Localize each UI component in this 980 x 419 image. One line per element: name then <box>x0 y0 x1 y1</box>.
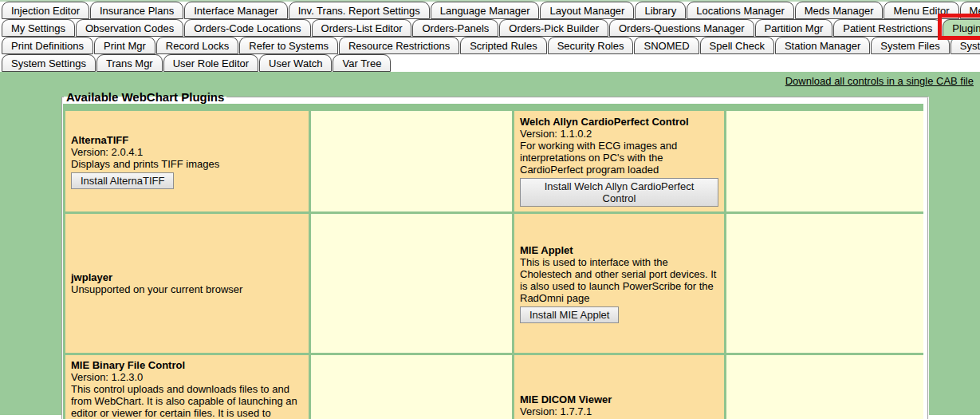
tab-row-4: System SettingsTrans MgrUser Role Editor… <box>2 54 980 72</box>
tab-system-report[interactable]: System Report <box>950 37 980 54</box>
empty-cell <box>311 214 512 353</box>
tab-security-roles[interactable]: Security Roles <box>548 37 634 54</box>
plugin-cell-mie-binary-file-control: MIE Binary File ControlVersion: 1.2.3.0T… <box>65 355 309 419</box>
tab-spell-check[interactable]: Spell Check <box>700 37 774 54</box>
tab-scripted-rules[interactable]: Scripted Rules <box>460 37 547 54</box>
tab-system-files[interactable]: System Files <box>871 37 949 54</box>
plugin-version: Version: 1.2.3.0 <box>71 371 303 383</box>
tab-inv-trans-report-settings[interactable]: Inv. Trans. Report Settings <box>289 2 430 19</box>
install-button-welch-allyn-cardioperfect-control[interactable]: Install Welch Allyn CardioPerfect Contro… <box>520 178 718 207</box>
tab-trans-mgr[interactable]: Trans Mgr <box>96 54 163 72</box>
empty-cell <box>311 111 512 211</box>
plugin-version: Version: 1.1.0.2 <box>520 128 718 140</box>
plugin-cell-alternatiff: AlternaTIFFVersion: 2.0.4.1Displays and … <box>65 111 309 211</box>
tab-orders-panels[interactable]: Orders-Panels <box>412 19 498 37</box>
tab-row-3: Print DefinitionsPrint MgrRecord LocksRe… <box>2 37 980 54</box>
plugin-name: Welch Allyn CardioPerfect Control <box>520 116 718 128</box>
plugin-description: This control uploads and downloads files… <box>71 383 303 419</box>
plugin-name: jwplayer <box>71 271 303 283</box>
tab-row-1: Injection EditorInsurance PlansInterface… <box>2 2 980 19</box>
install-button-mie-applet[interactable]: Install MIE Applet <box>520 306 619 323</box>
plugin-name: MIE DICOM Viewer <box>520 393 718 405</box>
tab-user-watch[interactable]: User Watch <box>259 54 332 72</box>
empty-cell <box>726 355 923 419</box>
tab-locations-manager[interactable]: Locations Manager <box>687 2 794 19</box>
plugin-description: Unsupported on your current browser <box>71 283 303 295</box>
download-row: Download all controls in a single CAB fi… <box>0 73 980 89</box>
tab-language-manager[interactable]: Language Manager <box>431 2 540 19</box>
tab-refer-to-systems[interactable]: Refer to Systems <box>239 37 338 54</box>
plugin-name: MIE Applet <box>520 244 718 256</box>
tab-insurance-plans[interactable]: Insurance Plans <box>90 2 183 19</box>
tab-meds-manager[interactable]: Meds Manager <box>795 2 884 19</box>
tab-library[interactable]: Library <box>635 2 686 19</box>
tab-layout-manager[interactable]: Layout Manager <box>540 2 634 19</box>
plugin-cell-mie-applet: MIE AppletThis is used to interface with… <box>514 214 724 353</box>
tab-user-role-editor[interactable]: User Role Editor <box>163 54 258 72</box>
empty-cell <box>726 214 923 353</box>
plugin-version: Version: 2.0.4.1 <box>71 146 303 158</box>
tab-injection-editor[interactable]: Injection Editor <box>2 2 89 19</box>
tab-orders-list-editor[interactable]: Orders-List Editor <box>312 19 412 37</box>
tab-orders-pick-builder[interactable]: Orders-Pick Builder <box>499 19 608 37</box>
tab-system-settings[interactable]: System Settings <box>2 54 96 72</box>
tab-orders-code-locations[interactable]: Orders-Code Locations <box>184 19 310 37</box>
tab-var-tree[interactable]: Var Tree <box>333 54 391 72</box>
install-button-alternatiff[interactable]: Install AlternaTIFF <box>71 172 174 189</box>
available-plugins-fieldset: Available WebChart Plugins AlternaTIFFVe… <box>61 90 929 419</box>
tab-orders-questions-manager[interactable]: Orders-Questions Manager <box>609 19 754 37</box>
empty-cell <box>311 355 512 419</box>
tab-patient-restrictions[interactable]: Patient Restrictions <box>833 19 942 37</box>
plugin-cell-jwplayer: jwplayerUnsupported on your current brow… <box>65 214 309 353</box>
plugin-description: For working with ECG images and interpre… <box>520 140 718 176</box>
tab-menu-editor[interactable]: Menu Editor <box>884 2 958 19</box>
content-area: Download all controls in a single CAB fi… <box>0 72 980 415</box>
tab-observation-codes[interactable]: Observation Codes <box>76 19 183 37</box>
tab-print-definitions[interactable]: Print Definitions <box>2 37 93 54</box>
plugin-cell-mie-dicom-viewer: MIE DICOM ViewerVersion: 1.7.7.1Displays… <box>514 355 724 419</box>
plugin-version: Version: 1.7.7.1 <box>520 405 718 417</box>
plugins-grid: AlternaTIFFVersion: 2.0.4.1Displays and … <box>63 104 923 419</box>
plugin-description: This is used to interface with the Chole… <box>520 256 718 304</box>
tab-record-locks[interactable]: Record Locks <box>156 37 238 54</box>
plugin-cell-welch-allyn-cardioperfect-control: Welch Allyn CardioPerfect ControlVersion… <box>514 111 724 211</box>
plugins-legend: Available WebChart Plugins <box>64 90 226 104</box>
plugin-description: Displays and prints TIFF images <box>71 158 303 170</box>
tab-merge-manager[interactable]: Merge Manager <box>960 2 980 19</box>
tab-my-settings[interactable]: My Settings <box>2 19 75 37</box>
tab-bar: Injection EditorInsurance PlansInterface… <box>0 2 980 72</box>
empty-cell <box>726 111 923 211</box>
download-cab-link[interactable]: Download all controls in a single CAB fi… <box>785 75 974 87</box>
plugin-name: MIE Binary File Control <box>71 359 303 371</box>
tab-station-manager[interactable]: Station Manager <box>775 37 870 54</box>
tab-interface-manager[interactable]: Interface Manager <box>184 2 288 19</box>
tab-print-mgr[interactable]: Print Mgr <box>94 37 155 54</box>
tab-resource-restrictions[interactable]: Resource Restrictions <box>339 37 459 54</box>
tab-plugins[interactable]: Plugins <box>943 19 980 37</box>
tab-snomed[interactable]: SNOMED <box>634 37 699 54</box>
tab-partition-mgr[interactable]: Partition Mgr <box>755 19 833 37</box>
plugin-name: AlternaTIFF <box>71 134 303 146</box>
tab-row-2: My SettingsObservation CodesOrders-Code … <box>2 19 980 37</box>
